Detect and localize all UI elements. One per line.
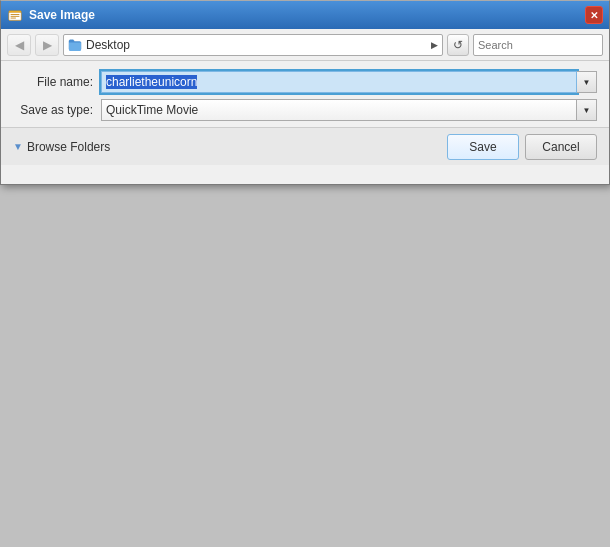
location-text: Desktop xyxy=(86,38,427,52)
svg-rect-3 xyxy=(11,16,20,17)
toolbar: ◀ ▶ Desktop ▶ ↺ 🔍 xyxy=(1,29,609,61)
savetype-row: Save as type: QuickTime Movie ▼ xyxy=(13,99,597,121)
title-controls: ✕ xyxy=(585,6,603,24)
savetype-dropdown-button[interactable]: ▼ xyxy=(577,99,597,121)
title-bar-left: Save Image xyxy=(7,7,95,23)
close-button[interactable]: ✕ xyxy=(585,6,603,24)
savetype-input-container: QuickTime Movie ▼ xyxy=(101,99,597,121)
search-input[interactable] xyxy=(478,39,610,51)
window-title: Save Image xyxy=(29,8,95,22)
back-button[interactable]: ◀ xyxy=(7,34,31,56)
svg-rect-2 xyxy=(11,14,20,15)
filename-row: File name: ▼ xyxy=(13,71,597,93)
title-bar[interactable]: Save Image ✕ xyxy=(1,1,609,29)
filename-dropdown-button[interactable]: ▼ xyxy=(577,71,597,93)
save-button[interactable]: Save xyxy=(447,134,519,160)
filename-label: File name: xyxy=(13,75,93,89)
save-image-dialog: Save Image ✕ ◀ ▶ Desktop xyxy=(0,0,610,185)
refresh-button[interactable]: ↺ xyxy=(447,34,469,56)
location-bar[interactable]: Desktop ▶ xyxy=(63,34,443,56)
filename-input-container: ▼ xyxy=(101,71,597,93)
forward-button[interactable]: ▶ xyxy=(35,34,59,56)
browse-folders-button[interactable]: ▼ Browse Folders xyxy=(13,140,110,154)
savetype-label: Save as type: xyxy=(13,103,93,117)
cancel-button[interactable]: Cancel xyxy=(525,134,597,160)
savetype-select[interactable]: QuickTime Movie xyxy=(101,99,577,121)
action-buttons: Save Cancel xyxy=(447,134,597,160)
folder-icon xyxy=(68,38,82,52)
browse-folders-icon: ▼ xyxy=(13,141,23,152)
savetype-value: QuickTime Movie xyxy=(106,103,198,117)
search-box[interactable]: 🔍 xyxy=(473,34,603,56)
window-icon xyxy=(7,7,23,23)
form-area: File name: ▼ Save as type: QuickTime Mov… xyxy=(1,61,609,127)
svg-rect-4 xyxy=(11,18,16,19)
bottom-bar: ▼ Browse Folders Save Cancel xyxy=(1,127,609,165)
filename-input[interactable] xyxy=(101,71,577,93)
browse-folders-label: Browse Folders xyxy=(27,140,110,154)
location-arrow: ▶ xyxy=(431,40,438,50)
